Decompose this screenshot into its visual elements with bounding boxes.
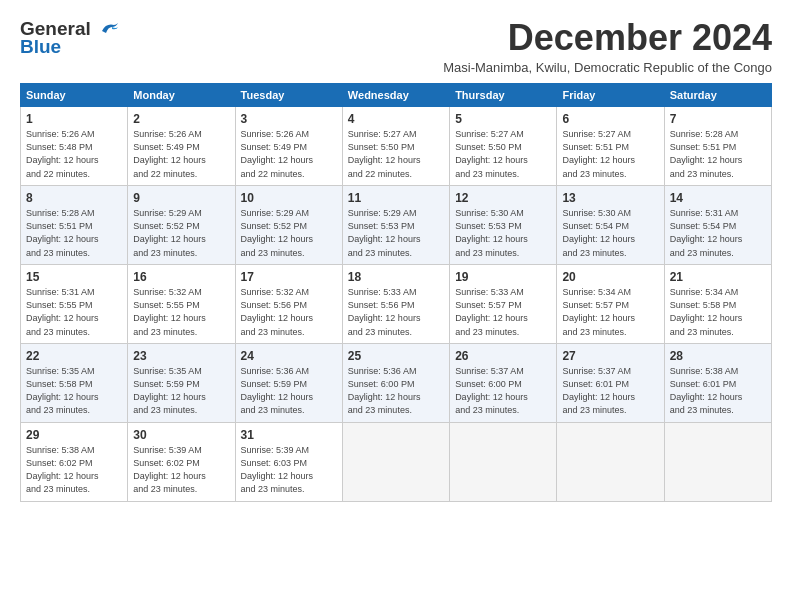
day-number: 31 <box>241 427 337 444</box>
week-row-1: 1 Sunrise: 5:26 AMSunset: 5:48 PMDayligh… <box>21 106 772 185</box>
day-info: Sunrise: 5:37 AMSunset: 6:00 PMDaylight:… <box>455 366 528 415</box>
day-info: Sunrise: 5:36 AMSunset: 6:00 PMDaylight:… <box>348 366 421 415</box>
col-tuesday: Tuesday <box>235 83 342 106</box>
day-info: Sunrise: 5:33 AMSunset: 5:57 PMDaylight:… <box>455 287 528 336</box>
day-cell: 3 Sunrise: 5:26 AMSunset: 5:49 PMDayligh… <box>235 106 342 185</box>
day-number: 11 <box>348 190 444 207</box>
day-info: Sunrise: 5:28 AMSunset: 5:51 PMDaylight:… <box>670 129 743 178</box>
day-cell: 23 Sunrise: 5:35 AMSunset: 5:59 PMDaylig… <box>128 343 235 422</box>
day-number: 28 <box>670 348 766 365</box>
day-cell: 21 Sunrise: 5:34 AMSunset: 5:58 PMDaylig… <box>664 264 771 343</box>
day-cell: 14 Sunrise: 5:31 AMSunset: 5:54 PMDaylig… <box>664 185 771 264</box>
subtitle: Masi-Manimba, Kwilu, Democratic Republic… <box>443 60 772 75</box>
day-info: Sunrise: 5:26 AMSunset: 5:49 PMDaylight:… <box>133 129 206 178</box>
day-number: 3 <box>241 111 337 128</box>
calendar-page: General Blue December 2024 Masi-Manimba,… <box>0 0 792 612</box>
day-info: Sunrise: 5:34 AMSunset: 5:58 PMDaylight:… <box>670 287 743 336</box>
day-cell <box>450 422 557 501</box>
day-info: Sunrise: 5:30 AMSunset: 5:53 PMDaylight:… <box>455 208 528 257</box>
day-info: Sunrise: 5:32 AMSunset: 5:56 PMDaylight:… <box>241 287 314 336</box>
header-row: Sunday Monday Tuesday Wednesday Thursday… <box>21 83 772 106</box>
day-number: 12 <box>455 190 551 207</box>
day-cell: 4 Sunrise: 5:27 AMSunset: 5:50 PMDayligh… <box>342 106 449 185</box>
day-info: Sunrise: 5:29 AMSunset: 5:53 PMDaylight:… <box>348 208 421 257</box>
day-info: Sunrise: 5:35 AMSunset: 5:58 PMDaylight:… <box>26 366 99 415</box>
logo-line2: Blue <box>20 36 61 58</box>
day-cell: 16 Sunrise: 5:32 AMSunset: 5:55 PMDaylig… <box>128 264 235 343</box>
day-cell: 31 Sunrise: 5:39 AMSunset: 6:03 PMDaylig… <box>235 422 342 501</box>
day-number: 10 <box>241 190 337 207</box>
day-cell: 19 Sunrise: 5:33 AMSunset: 5:57 PMDaylig… <box>450 264 557 343</box>
day-cell: 7 Sunrise: 5:28 AMSunset: 5:51 PMDayligh… <box>664 106 771 185</box>
week-row-4: 22 Sunrise: 5:35 AMSunset: 5:58 PMDaylig… <box>21 343 772 422</box>
day-number: 8 <box>26 190 122 207</box>
day-number: 30 <box>133 427 229 444</box>
day-number: 1 <box>26 111 122 128</box>
day-cell: 5 Sunrise: 5:27 AMSunset: 5:50 PMDayligh… <box>450 106 557 185</box>
day-number: 21 <box>670 269 766 286</box>
day-number: 22 <box>26 348 122 365</box>
col-monday: Monday <box>128 83 235 106</box>
day-info: Sunrise: 5:29 AMSunset: 5:52 PMDaylight:… <box>133 208 206 257</box>
day-info: Sunrise: 5:27 AMSunset: 5:51 PMDaylight:… <box>562 129 635 178</box>
day-info: Sunrise: 5:28 AMSunset: 5:51 PMDaylight:… <box>26 208 99 257</box>
day-cell: 22 Sunrise: 5:35 AMSunset: 5:58 PMDaylig… <box>21 343 128 422</box>
day-cell: 27 Sunrise: 5:37 AMSunset: 6:01 PMDaylig… <box>557 343 664 422</box>
day-info: Sunrise: 5:29 AMSunset: 5:52 PMDaylight:… <box>241 208 314 257</box>
day-number: 24 <box>241 348 337 365</box>
day-number: 20 <box>562 269 658 286</box>
day-cell: 17 Sunrise: 5:32 AMSunset: 5:56 PMDaylig… <box>235 264 342 343</box>
day-info: Sunrise: 5:35 AMSunset: 5:59 PMDaylight:… <box>133 366 206 415</box>
day-cell: 20 Sunrise: 5:34 AMSunset: 5:57 PMDaylig… <box>557 264 664 343</box>
day-info: Sunrise: 5:32 AMSunset: 5:55 PMDaylight:… <box>133 287 206 336</box>
col-saturday: Saturday <box>664 83 771 106</box>
day-cell: 6 Sunrise: 5:27 AMSunset: 5:51 PMDayligh… <box>557 106 664 185</box>
bird-icon <box>98 21 120 39</box>
day-number: 13 <box>562 190 658 207</box>
day-cell: 8 Sunrise: 5:28 AMSunset: 5:51 PMDayligh… <box>21 185 128 264</box>
day-cell: 9 Sunrise: 5:29 AMSunset: 5:52 PMDayligh… <box>128 185 235 264</box>
day-number: 17 <box>241 269 337 286</box>
day-cell <box>557 422 664 501</box>
day-info: Sunrise: 5:31 AMSunset: 5:55 PMDaylight:… <box>26 287 99 336</box>
day-cell: 18 Sunrise: 5:33 AMSunset: 5:56 PMDaylig… <box>342 264 449 343</box>
day-cell: 24 Sunrise: 5:36 AMSunset: 5:59 PMDaylig… <box>235 343 342 422</box>
col-wednesday: Wednesday <box>342 83 449 106</box>
week-row-5: 29 Sunrise: 5:38 AMSunset: 6:02 PMDaylig… <box>21 422 772 501</box>
day-cell: 2 Sunrise: 5:26 AMSunset: 5:49 PMDayligh… <box>128 106 235 185</box>
day-cell: 10 Sunrise: 5:29 AMSunset: 5:52 PMDaylig… <box>235 185 342 264</box>
day-info: Sunrise: 5:37 AMSunset: 6:01 PMDaylight:… <box>562 366 635 415</box>
day-info: Sunrise: 5:26 AMSunset: 5:48 PMDaylight:… <box>26 129 99 178</box>
day-number: 26 <box>455 348 551 365</box>
day-info: Sunrise: 5:34 AMSunset: 5:57 PMDaylight:… <box>562 287 635 336</box>
day-number: 23 <box>133 348 229 365</box>
day-number: 25 <box>348 348 444 365</box>
day-number: 4 <box>348 111 444 128</box>
day-cell <box>664 422 771 501</box>
day-number: 15 <box>26 269 122 286</box>
day-cell: 13 Sunrise: 5:30 AMSunset: 5:54 PMDaylig… <box>557 185 664 264</box>
day-cell: 15 Sunrise: 5:31 AMSunset: 5:55 PMDaylig… <box>21 264 128 343</box>
day-cell: 1 Sunrise: 5:26 AMSunset: 5:48 PMDayligh… <box>21 106 128 185</box>
day-cell <box>342 422 449 501</box>
day-cell: 12 Sunrise: 5:30 AMSunset: 5:53 PMDaylig… <box>450 185 557 264</box>
day-info: Sunrise: 5:36 AMSunset: 5:59 PMDaylight:… <box>241 366 314 415</box>
day-number: 16 <box>133 269 229 286</box>
day-cell: 26 Sunrise: 5:37 AMSunset: 6:00 PMDaylig… <box>450 343 557 422</box>
day-info: Sunrise: 5:38 AMSunset: 6:01 PMDaylight:… <box>670 366 743 415</box>
day-info: Sunrise: 5:30 AMSunset: 5:54 PMDaylight:… <box>562 208 635 257</box>
day-cell: 30 Sunrise: 5:39 AMSunset: 6:02 PMDaylig… <box>128 422 235 501</box>
day-number: 29 <box>26 427 122 444</box>
header-area: General Blue December 2024 Masi-Manimba,… <box>20 18 772 75</box>
calendar-table: Sunday Monday Tuesday Wednesday Thursday… <box>20 83 772 502</box>
logo: General Blue <box>20 18 120 58</box>
day-cell: 25 Sunrise: 5:36 AMSunset: 6:00 PMDaylig… <box>342 343 449 422</box>
day-info: Sunrise: 5:26 AMSunset: 5:49 PMDaylight:… <box>241 129 314 178</box>
week-row-2: 8 Sunrise: 5:28 AMSunset: 5:51 PMDayligh… <box>21 185 772 264</box>
day-info: Sunrise: 5:39 AMSunset: 6:02 PMDaylight:… <box>133 445 206 494</box>
day-number: 27 <box>562 348 658 365</box>
day-number: 18 <box>348 269 444 286</box>
col-friday: Friday <box>557 83 664 106</box>
week-row-3: 15 Sunrise: 5:31 AMSunset: 5:55 PMDaylig… <box>21 264 772 343</box>
day-cell: 29 Sunrise: 5:38 AMSunset: 6:02 PMDaylig… <box>21 422 128 501</box>
